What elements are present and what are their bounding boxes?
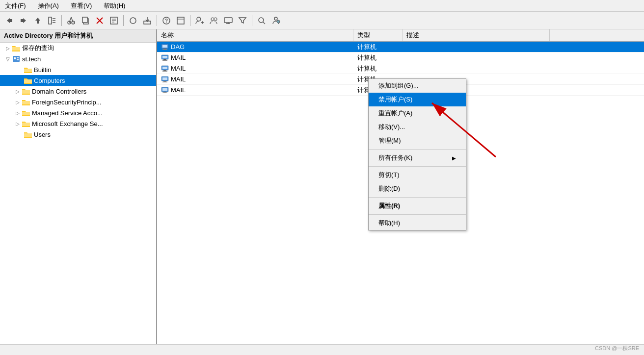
- tree-item-st-tech[interactable]: ▽ st.tech: [0, 53, 156, 64]
- svg-rect-23: [177, 17, 184, 24]
- folder-icon-fsp: [22, 98, 30, 106]
- context-menu: 添加到组(G)... 禁用帐户(S) 重置帐户(A) 移动(V)... 管理(M…: [368, 78, 466, 230]
- tree-item-computers[interactable]: Computers: [0, 75, 156, 86]
- new-group-button[interactable]: [208, 14, 220, 27]
- cell-type-mail2: 计算机: [353, 63, 402, 74]
- svg-line-34: [263, 22, 265, 24]
- ctx-disable-account[interactable]: 禁用帐户(S): [369, 93, 466, 106]
- svg-rect-39: [17, 57, 19, 58]
- svg-point-28: [211, 18, 214, 21]
- svg-rect-55: [163, 81, 166, 82]
- expand-icon-computers: [16, 76, 24, 84]
- toolbar-sep-2: [123, 15, 124, 26]
- ctx-all-tasks[interactable]: 所有任务(K) ▶: [369, 151, 466, 165]
- tree-item-domain-controllers[interactable]: ▷ Domain Controllers: [0, 86, 156, 97]
- svg-rect-38: [14, 57, 16, 59]
- svg-rect-47: [163, 59, 166, 60]
- svg-point-25: [197, 17, 201, 21]
- svg-rect-60: [162, 92, 167, 93]
- refresh-button[interactable]: [127, 14, 139, 27]
- ctx-delete[interactable]: 删除(D): [369, 182, 466, 196]
- tree-item-managed-service[interactable]: ▷ Managed Service Acco...: [0, 107, 156, 118]
- cell-desc-mail1: [402, 57, 550, 59]
- computer-icon: [161, 76, 169, 83]
- col-header-name[interactable]: 名称: [157, 29, 353, 41]
- toolbar-sep-3: [157, 15, 157, 26]
- properties-button[interactable]: [107, 14, 120, 27]
- ctx-manage[interactable]: 管理(M): [369, 134, 466, 148]
- cell-name-mail1: MAIL: [171, 54, 186, 61]
- forward-button[interactable]: [17, 14, 30, 27]
- svg-rect-1: [21, 19, 23, 22]
- delete-button[interactable]: [93, 14, 106, 27]
- list-row[interactable]: DAG 计算机: [157, 42, 644, 52]
- svg-rect-2: [37, 21, 39, 24]
- right-panel: 名称 类型 描述 DAG 计算机 MAIL 计算机: [157, 29, 644, 344]
- svg-point-29: [214, 18, 217, 21]
- svg-rect-58: [162, 88, 167, 91]
- ctx-all-tasks-label: 所有任务(K): [378, 153, 412, 162]
- ctx-reset-account[interactable]: 重置帐户(A): [369, 106, 466, 120]
- find-button[interactable]: [255, 14, 268, 27]
- cut-button[interactable]: [65, 14, 78, 27]
- svg-text:?: ?: [165, 18, 168, 24]
- copy-button[interactable]: [79, 14, 92, 27]
- menu-bar: 文件(F) 操作(A) 查看(V) 帮助(H): [0, 0, 644, 12]
- list-header: 名称 类型 描述: [157, 29, 644, 42]
- ctx-add-to-group[interactable]: 添加到组(G)...: [369, 79, 466, 93]
- ctx-sep-2: [369, 166, 466, 167]
- list-row[interactable]: MAIL 计算机: [157, 63, 644, 74]
- mmc-button[interactable]: [174, 14, 187, 27]
- submenu-arrow-icon: ▶: [452, 155, 456, 161]
- export-button[interactable]: [141, 14, 154, 27]
- menu-action[interactable]: 操作(A): [35, 0, 62, 11]
- cell-name-dag: DAG: [171, 43, 185, 51]
- svg-rect-54: [162, 77, 167, 80]
- expand-icon-mex: ▷: [14, 120, 22, 127]
- tree-label-users: Users: [34, 131, 51, 138]
- folder-icon: [12, 44, 21, 52]
- ctx-move[interactable]: 移动(V)...: [369, 120, 466, 134]
- ctx-help[interactable]: 帮助(H): [369, 216, 466, 230]
- delegate-button[interactable]: [269, 14, 282, 27]
- menu-view[interactable]: 查看(V): [68, 0, 95, 11]
- tree-label-saved-queries: 保存的查询: [22, 44, 54, 52]
- tree-item-users[interactable]: Users: [0, 129, 156, 140]
- svg-rect-30: [224, 18, 232, 23]
- svg-rect-3: [49, 17, 52, 24]
- help-button[interactable]: ?: [160, 14, 173, 27]
- expand-icon-dc: ▷: [14, 87, 22, 95]
- filter-button[interactable]: [236, 14, 249, 27]
- menu-help[interactable]: 帮助(H): [101, 0, 128, 11]
- status-bar: [0, 344, 644, 355]
- svg-rect-51: [163, 70, 166, 71]
- tree-item-foreign-security[interactable]: ▷ ForeignSecurityPrincip...: [0, 97, 156, 107]
- expand-icon-fsp: ▷: [14, 98, 22, 106]
- console-tree-button[interactable]: [46, 14, 58, 27]
- svg-rect-56: [162, 81, 167, 82]
- cell-type-dag: 计算机: [353, 42, 402, 52]
- tree-item-saved-queries[interactable]: ▷ 保存的查询: [0, 43, 156, 53]
- col-header-type[interactable]: 类型: [353, 29, 402, 41]
- svg-point-35: [274, 17, 277, 20]
- tree-label-mex: Microsoft Exchange Se...: [32, 120, 103, 127]
- col-header-desc[interactable]: 描述: [402, 29, 550, 41]
- up-button[interactable]: [31, 14, 44, 27]
- expand-icon-msa: ▷: [14, 109, 22, 117]
- menu-file[interactable]: 文件(F): [2, 0, 29, 11]
- svg-rect-42: [162, 45, 167, 48]
- list-row[interactable]: MAIL 计算机: [157, 52, 644, 63]
- back-button[interactable]: [3, 14, 16, 27]
- tree-label-st-tech: st.tech: [22, 55, 41, 63]
- ctx-cut[interactable]: 剪切(T): [369, 168, 466, 182]
- new-user-button[interactable]: [193, 14, 206, 27]
- computer-icon: [161, 54, 169, 62]
- cell-desc-mail2: [402, 68, 550, 70]
- new-computer-button[interactable]: [222, 14, 235, 27]
- toolbar-sep-5: [252, 15, 252, 26]
- svg-rect-46: [162, 56, 167, 58]
- tree-item-builtin[interactable]: Builtin: [0, 64, 156, 75]
- tree-item-ms-exchange[interactable]: ▷ Microsoft Exchange Se...: [0, 118, 156, 129]
- toolbar-sep-1: [61, 15, 62, 26]
- ctx-properties[interactable]: 属性(R): [369, 199, 466, 213]
